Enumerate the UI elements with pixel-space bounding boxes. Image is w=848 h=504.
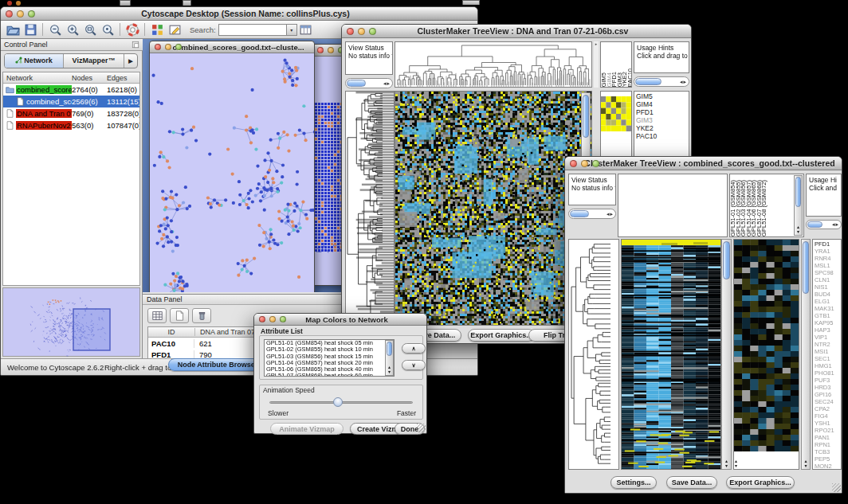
network-row[interactable]: RNAPuberNov2+563(0)107847(0)	[3, 119, 139, 131]
resize-grip[interactable]	[832, 483, 841, 492]
vizmapper-icon[interactable]	[149, 22, 165, 37]
zoom-button[interactable]	[592, 160, 599, 167]
gene-label[interactable]: PHO81	[815, 369, 841, 377]
close-button[interactable]	[6, 10, 13, 18]
gene-label[interactable]: PFD1	[636, 108, 689, 116]
attribute-table-icon[interactable]	[147, 308, 167, 323]
tv1-column-dendrogram[interactable]	[395, 41, 592, 88]
gene-label[interactable]: SEC1	[815, 355, 841, 362]
search-combobox[interactable]: ▾	[218, 24, 297, 36]
tv1-heatmap[interactable]: ▴▾	[395, 91, 592, 326]
settings-button[interactable]: Settings...	[610, 476, 657, 489]
minimize-button[interactable]	[165, 44, 171, 50]
tv2-zoom-vscrollbar[interactable]: ▴▾	[801, 239, 811, 470]
save-session-icon[interactable]	[22, 22, 38, 37]
minimize-button[interactable]	[581, 160, 588, 167]
dialog-titlebar[interactable]: Map Colors to Network	[254, 314, 426, 326]
move-down-button[interactable]: ∨	[402, 360, 426, 370]
search-input[interactable]	[218, 24, 287, 36]
gene-label[interactable]: SPC98	[815, 269, 841, 276]
gene-label[interactable]: YRA1	[815, 248, 841, 255]
tv2-column-dendrogram[interactable]	[618, 174, 728, 237]
gene-label[interactable]: RPO21	[815, 427, 841, 434]
tab-vizmapper[interactable]: VizMapper™	[64, 54, 124, 68]
attribute-list-vscrollbar[interactable]: ▴▾	[385, 340, 394, 376]
gene-label[interactable]: CPA2	[815, 405, 841, 412]
animate-vizmap-button[interactable]: Animate Vizmap	[270, 423, 344, 435]
network-view-canvas[interactable]	[150, 53, 314, 292]
gene-label[interactable]: TCB3	[815, 448, 841, 455]
float-panel-icon[interactable]	[132, 41, 139, 50]
close-button[interactable]	[155, 44, 161, 50]
gene-label[interactable]: PUF3	[815, 377, 841, 384]
zoom-in-icon[interactable]	[65, 22, 80, 37]
gene-label[interactable]: KAP95	[815, 319, 841, 326]
tv2-hints-scrollbar[interactable]: ◂▸	[806, 220, 842, 229]
tab-network[interactable]: Network	[5, 54, 64, 68]
network-row[interactable]: combined_scores2764(0)16218(0)	[3, 84, 139, 96]
tv2-gene-list[interactable]: PFD1YRA1RNR4MSL1SPC98CLN1NIS1BUD4ELG1MAK…	[812, 239, 842, 470]
gene-label[interactable]: VIP1	[815, 334, 841, 341]
network-row[interactable]: DNA and Tran 07769(0)183728(0)	[3, 107, 139, 119]
tv2-row-dendrogram[interactable]	[568, 239, 619, 470]
gene-label[interactable]: MON2	[815, 463, 841, 470]
zoom-selected-icon[interactable]	[100, 22, 116, 37]
gene-label[interactable]: HAP3	[815, 326, 841, 334]
minimize-button[interactable]	[358, 28, 365, 35]
gene-label[interactable]: PEP5	[815, 455, 841, 463]
gene-label[interactable]: YSH1	[815, 420, 841, 427]
gene-label[interactable]: GIM4	[636, 100, 689, 108]
close-button[interactable]	[570, 160, 577, 167]
zoom-fit-icon[interactable]	[82, 22, 98, 37]
gene-label[interactable]: GTB1	[815, 312, 841, 319]
main-window-titlebar[interactable]: Cytoscape Desktop (Session Name: collins…	[1, 7, 477, 21]
gene-label[interactable]: PFD1	[815, 240, 841, 248]
close-button[interactable]	[259, 316, 265, 322]
delete-attribute-icon[interactable]	[192, 308, 211, 323]
minimize-button[interactable]	[269, 316, 276, 322]
gene-label[interactable]: RNR4	[815, 255, 841, 262]
birds-eye-view[interactable]	[2, 287, 140, 357]
save-data-button[interactable]: Save Data...	[666, 476, 717, 489]
node-attribute-browser-tab-button[interactable]: Node Attribute Browser	[168, 358, 267, 371]
tv2-status-scrollbar[interactable]: ◂▸	[568, 209, 616, 219]
export-graphics-button[interactable]: Export Graphics...	[468, 329, 535, 342]
gene-label[interactable]: SEC24	[815, 398, 841, 405]
attribute-browser-button[interactable]	[298, 22, 314, 37]
tv2-zoom-arrows[interactable]: ▴▾	[735, 459, 737, 468]
network-row[interactable]: combined_sco2569(6)13112(15)	[3, 96, 139, 107]
treeview1-titlebar[interactable]: ClusterMaker TreeView : DNA and Tran 07-…	[342, 25, 691, 38]
gene-label[interactable]: GIM3	[636, 116, 689, 124]
gene-label[interactable]: MSI1	[815, 348, 841, 355]
gene-label[interactable]: BUD4	[815, 291, 841, 298]
tv2-labels-vscrollbar[interactable]: ▴▾	[794, 175, 803, 236]
gene-label[interactable]: YKE2	[636, 124, 689, 132]
close-button[interactable]	[347, 28, 354, 35]
gene-label[interactable]: HRD3	[815, 384, 841, 391]
gene-label[interactable]: NTR2	[815, 341, 841, 348]
zoom-button[interactable]	[369, 28, 376, 35]
export-graphics-button[interactable]: Export Graphics...	[726, 476, 795, 489]
tv2-zoom-panel[interactable]: ▴▾	[733, 239, 799, 470]
gene-label[interactable]: CLN1	[815, 276, 841, 283]
gene-label[interactable]: FIG4	[815, 412, 841, 420]
tv2-heatmap-vscrollbar[interactable]: ▴▾	[721, 239, 732, 470]
speed-slider-thumb[interactable]	[333, 397, 343, 407]
gene-label[interactable]: PAC10	[636, 132, 689, 140]
gene-label[interactable]: GPI16	[815, 391, 841, 398]
help-icon[interactable]	[124, 22, 140, 37]
open-session-icon[interactable]	[5, 22, 21, 37]
edit-network-icon[interactable]	[167, 22, 183, 37]
minimize-button[interactable]	[17, 10, 24, 18]
new-attribute-icon[interactable]	[170, 308, 189, 323]
tv1-splitter[interactable]: ▸	[594, 41, 599, 88]
gene-label[interactable]: HMG1	[815, 362, 841, 369]
tv2-heatmap[interactable]	[621, 239, 721, 470]
zoom-out-icon[interactable]	[47, 22, 63, 37]
gene-label[interactable]: ELG1	[815, 298, 841, 305]
network-window-titlebar[interactable]: combined_scores_good.txt--cluste...	[150, 41, 314, 53]
attribute-listbox[interactable]: GPL51-01 (GSM854) heat shock 05 minGPL51…	[264, 339, 395, 377]
tab-overflow-icon[interactable]: ▶	[124, 54, 137, 68]
gene-label[interactable]: NIS1	[815, 283, 841, 291]
gene-label[interactable]: RPN1	[815, 441, 841, 448]
